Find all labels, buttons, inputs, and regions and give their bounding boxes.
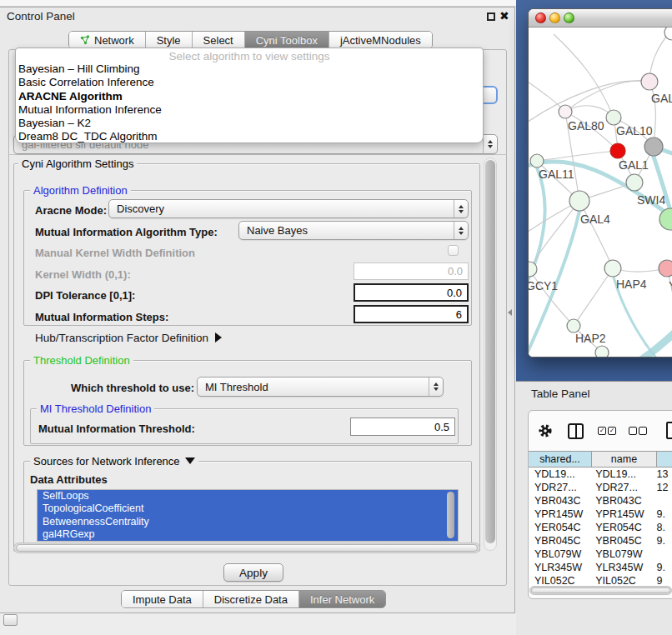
table-row[interactable]: YBR045CYBR045C9. [529, 535, 672, 548]
dropdown-item-dream8-dc-tdc-algorithm[interactable]: Dream8 DC_TDC Algorithm [16, 130, 483, 143]
attribute-item-betweennesscentrality[interactable]: BetweennessCentrality [38, 516, 458, 528]
network-node[interactable] [659, 260, 672, 277]
mi-type-select[interactable]: Naive Bayes [238, 221, 469, 240]
table-row[interactable]: YPR145WYPR145W9. [529, 508, 672, 522]
select-all-check-icon[interactable]: ✓ [608, 427, 616, 435]
tab-style[interactable]: Style [145, 32, 192, 48]
table-cell[interactable]: YDL19... [588, 468, 649, 482]
network-window-titlebar[interactable] [529, 9, 672, 28]
table-cell[interactable]: 8. [649, 522, 672, 535]
table-row[interactable]: YDL19...YDL19...13 [529, 468, 672, 482]
table-cell[interactable]: 9. [649, 535, 672, 548]
network-node[interactable] [530, 154, 544, 168]
table-row[interactable]: YLR345WYLR345W9. [529, 562, 672, 575]
settings-vscroll-thumb[interactable] [485, 160, 495, 543]
table-cell[interactable]: YLR345W [529, 562, 588, 575]
dpi-tolerance-field[interactable]: 0.0 [354, 283, 469, 302]
column-header-hidden[interactable] [657, 451, 672, 468]
table-cell[interactable]: 9. [649, 508, 672, 522]
table-cell[interactable]: YBR045C [529, 535, 588, 548]
deselect-box-icon[interactable] [639, 427, 647, 435]
table-cell[interactable]: YPR145W [588, 508, 649, 522]
network-node[interactable] [626, 174, 643, 191]
network-node[interactable] [604, 260, 621, 277]
node-label-hap4: HAP4 [616, 278, 647, 291]
table-cell[interactable]: 9. [649, 562, 672, 575]
tab-impute-data[interactable]: Impute Data [122, 591, 203, 608]
table-cell[interactable]: YBL079W [588, 548, 649, 562]
table-hscroll-thumb[interactable] [531, 588, 670, 593]
float-panel-icon[interactable] [487, 12, 495, 21]
tab-jactivemnodules[interactable]: jActiveMNodules [328, 32, 432, 48]
network-node[interactable] [595, 346, 609, 358]
table-row[interactable]: YDR27...YDR27...12 [529, 482, 672, 495]
table-cell[interactable]: YLR345W [588, 562, 649, 575]
zoom-traffic-light-icon[interactable] [564, 12, 574, 23]
column-partial-icon[interactable] [666, 422, 672, 439]
network-node[interactable] [567, 319, 580, 332]
minimize-traffic-light-icon[interactable] [549, 12, 560, 23]
column-header-name[interactable]: name [592, 451, 657, 468]
table-row[interactable]: YER054CYER054C8. [529, 522, 672, 535]
table-cell[interactable]: YER054C [588, 522, 649, 535]
tab-cyni-toolbox[interactable]: Cyni Toolbox [244, 32, 328, 48]
tab-label: Discretize Data [214, 593, 288, 606]
table-cell[interactable] [649, 548, 672, 562]
table-cell[interactable]: YBR043C [529, 495, 588, 508]
network-node[interactable] [606, 110, 621, 125]
select-all-check-icon[interactable]: ✓ [598, 427, 606, 435]
table-row[interactable]: YBR043CYBR043C [529, 495, 672, 508]
table-cell[interactable]: YBL079W [529, 548, 588, 562]
sources-group-title[interactable]: Sources for Network Inference [30, 455, 198, 468]
network-node[interactable] [610, 143, 625, 158]
table-cell[interactable] [649, 495, 672, 508]
network-node[interactable] [644, 138, 663, 156]
network-node[interactable] [559, 105, 572, 118]
attribute-item-selfloops[interactable]: SelfLoops [38, 490, 458, 502]
panel-collapse-arrow-icon[interactable] [508, 309, 512, 316]
tab-discretize-data[interactable]: Discretize Data [203, 591, 298, 608]
attribute-list-scrollbar[interactable] [447, 492, 454, 538]
attribute-item-topologicalcoefficient[interactable]: TopologicalCoefficient [38, 502, 458, 515]
tab-network[interactable]: Network [69, 32, 145, 48]
deselect-box-icon[interactable] [629, 427, 637, 435]
table-cell[interactable]: YBR045C [588, 535, 649, 548]
table-cell[interactable]: YER054C [529, 522, 588, 535]
node-label-gal80: GAL80 [568, 119, 604, 132]
dropdown-item-basic-correlation-inference[interactable]: Basic Correlation Inference [16, 76, 483, 89]
close-panel-icon[interactable]: ✖ [499, 9, 509, 22]
table-cell[interactable]: YBR043C [588, 495, 649, 508]
hub-section-toggle[interactable]: Hub/Transcription Factor Definition [35, 332, 222, 344]
table-row[interactable]: YBL079WYBL079W [529, 548, 672, 562]
split-columns-icon[interactable] [568, 423, 584, 439]
settings-hscroll-thumb[interactable] [16, 544, 478, 552]
minimized-panel-icon[interactable] [3, 614, 18, 626]
table-cell[interactable]: YPR145W [529, 508, 588, 522]
which-threshold-select[interactable]: MI Threshold [197, 377, 444, 397]
network-node[interactable] [641, 73, 658, 90]
apply-button[interactable]: Apply [223, 563, 283, 582]
attribute-item-gal4rgexp[interactable]: gal4RGexp [38, 528, 458, 541]
mi-steps-field[interactable]: 6 [354, 305, 469, 323]
table-cell[interactable]: YDR27... [529, 482, 588, 495]
table-cell[interactable]: YDR27... [588, 482, 649, 495]
dropdown-item-aracne-algorithm[interactable]: ARACNE Algorithm [16, 90, 483, 103]
manual-kernel-checkbox[interactable] [448, 245, 459, 256]
dropdown-item-mutual-information-inference[interactable]: Mutual Information Inference [16, 103, 483, 117]
kernel-width-field[interactable]: 0.0 [354, 262, 469, 280]
table-cell[interactable]: 12 [649, 482, 672, 495]
mi-threshold-field[interactable]: 0.5 [350, 418, 455, 436]
aracne-mode-select[interactable]: Discovery [108, 199, 469, 218]
tab-select[interactable]: Select [192, 32, 244, 48]
dropdown-item-bayesian-k2[interactable]: Bayesian – K2 [16, 117, 483, 130]
network-view-window: GALGAL80GAL10GAL1GAL11SWI4GAL4GCY1HAP4YH… [528, 8, 672, 358]
table-cell[interactable]: 13 [649, 468, 672, 482]
column-header-shared[interactable]: shared... [529, 451, 592, 468]
gear-icon[interactable] [538, 423, 553, 438]
close-traffic-light-icon[interactable] [535, 12, 546, 23]
table-cell[interactable]: YDL19... [529, 468, 588, 482]
network-node[interactable] [569, 191, 589, 211]
network-canvas[interactable]: GALGAL80GAL10GAL1GAL11SWI4GAL4GCY1HAP4YH… [529, 28, 672, 358]
dropdown-item-bayesian-hill-climbing[interactable]: Bayesian – Hill Climbing [16, 62, 483, 76]
tab-infer-network[interactable]: Infer Network [298, 591, 385, 608]
